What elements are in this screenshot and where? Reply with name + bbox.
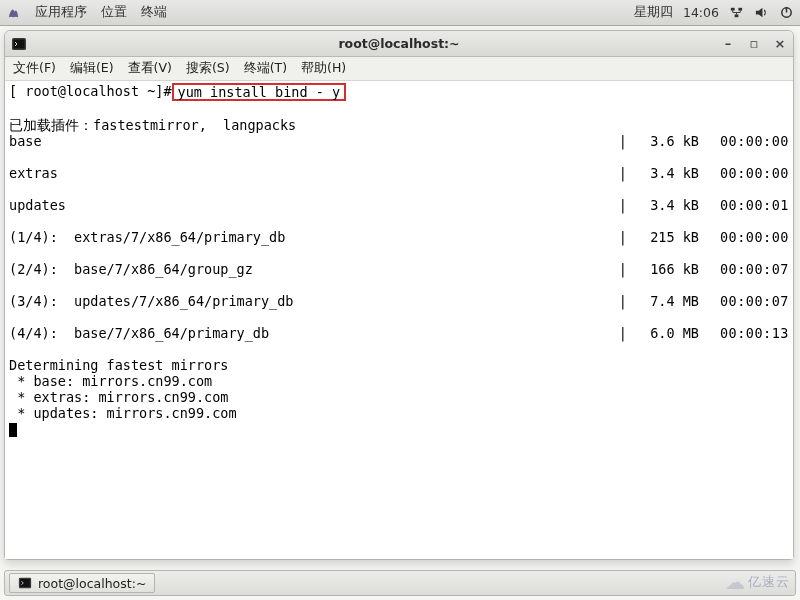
volume-icon[interactable] [754, 5, 769, 20]
terminal-window: root@localhost:~ – ▫ × 文件(F) 编辑(E) 查看(V)… [4, 30, 794, 560]
window-title: root@localhost:~ [5, 36, 793, 51]
repo-row: extras|3.4 kB00:00:00 [9, 165, 789, 181]
repo-row: base|3.6 kB00:00:00 [9, 133, 789, 149]
task-button-label: root@localhost:~ [38, 576, 146, 591]
panel-menu-places[interactable]: 位置 [101, 4, 127, 21]
menu-terminal[interactable]: 终端(T) [244, 60, 287, 77]
network-icon[interactable] [729, 5, 744, 20]
svg-rect-6 [14, 39, 25, 48]
clock-time[interactable]: 14:06 [683, 5, 719, 20]
mirrors-header: Determining fastest mirrors [9, 357, 228, 373]
mirror-line: * extras: mirrors.cn99.com [9, 389, 228, 405]
download-row: (3/4): updates/7/x86_64/primary_db|7.4 M… [9, 293, 789, 309]
shell-prompt: [ root@localhost ~]# [9, 83, 172, 101]
svg-rect-0 [731, 8, 735, 11]
download-row: (2/4): base/7/x86_64/group_gz|166 kB00:0… [9, 261, 789, 277]
window-titlebar[interactable]: root@localhost:~ – ▫ × [5, 31, 793, 57]
svg-rect-8 [20, 579, 30, 587]
task-button-terminal[interactable]: root@localhost:~ [9, 573, 155, 593]
panel-menu-terminal[interactable]: 终端 [141, 4, 167, 21]
minimize-button[interactable]: – [721, 36, 735, 51]
top-panel: 应用程序 位置 终端 星期四 14:06 [0, 0, 800, 26]
distro-foot-icon [6, 5, 21, 20]
menu-view[interactable]: 查看(V) [128, 60, 172, 77]
terminal-icon [18, 576, 32, 590]
power-icon[interactable] [779, 5, 794, 20]
menu-file[interactable]: 文件(F) [13, 60, 56, 77]
repo-row: updates|3.4 kB00:00:01 [9, 197, 789, 213]
window-menubar: 文件(F) 编辑(E) 查看(V) 搜索(S) 终端(T) 帮助(H) [5, 57, 793, 81]
output-plugins-line: 已加载插件：fastestmirror, langpacks [9, 117, 296, 133]
terminal-cursor [9, 423, 17, 437]
bottom-taskbar: root@localhost:~ [4, 570, 796, 596]
panel-menu-applications[interactable]: 应用程序 [35, 4, 87, 21]
maximize-button[interactable]: ▫ [747, 36, 761, 51]
menu-search[interactable]: 搜索(S) [186, 60, 230, 77]
download-row: (4/4): base/7/x86_64/primary_db|6.0 MB00… [9, 325, 789, 341]
svg-rect-1 [738, 8, 742, 11]
close-button[interactable]: × [773, 36, 787, 51]
terminal-icon [11, 36, 27, 52]
download-row: (1/4): extras/7/x86_64/primary_db|215 kB… [9, 229, 789, 245]
entered-command: yum install bind - y [172, 83, 347, 101]
mirror-line: * base: mirrors.cn99.com [9, 373, 212, 389]
terminal-output[interactable]: [ root@localhost ~]# yum install bind - … [5, 81, 793, 559]
svg-rect-2 [735, 14, 739, 17]
clock-day[interactable]: 星期四 [634, 4, 673, 21]
mirror-line: * updates: mirrors.cn99.com [9, 405, 237, 421]
menu-edit[interactable]: 编辑(E) [70, 60, 114, 77]
menu-help[interactable]: 帮助(H) [301, 60, 346, 77]
